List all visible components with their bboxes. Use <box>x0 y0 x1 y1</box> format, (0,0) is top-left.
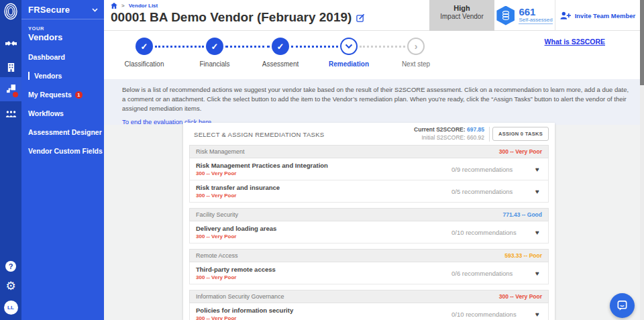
select-heart-icon[interactable]: ♥ <box>535 166 539 173</box>
team-icon[interactable] <box>0 103 21 125</box>
building-icon[interactable] <box>0 56 21 78</box>
task-row[interactable]: Delivery and loading areas300 -- Very Po… <box>189 221 549 244</box>
sidebar-item-label: Vendors <box>34 72 62 80</box>
frsecure-logo-icon[interactable] <box>3 3 18 20</box>
self-assessed-value: 661 <box>519 7 552 17</box>
select-heart-icon[interactable]: ♥ <box>535 188 539 195</box>
what-is-s2score-link[interactable]: What is S2SCORE <box>545 38 605 46</box>
step-classification[interactable]: ✓Classification <box>107 38 181 68</box>
task-row[interactable]: Risk Management Practices and Integratio… <box>189 158 549 180</box>
sidebar-item-assessment-designer[interactable]: Assessment Designer <box>28 128 104 136</box>
section-header: Risk Management300 -- Very Poor <box>189 145 549 158</box>
icon-rail: ? ⚙ LL <box>0 0 21 320</box>
task-recommendations-count: 0/10 recommendations <box>451 311 517 318</box>
task-row[interactable]: Risk transfer and insurance300 -- Very P… <box>189 180 549 203</box>
user-avatar[interactable]: LL <box>4 301 18 315</box>
breadcrumb[interactable]: > Vendor List <box>111 3 158 9</box>
s2score-hexagon-icon <box>496 6 515 25</box>
task-row[interactable]: Third-party remote access300 -- Very Poo… <box>189 262 549 284</box>
step-financials[interactable]: ✓Financials <box>178 38 252 68</box>
select-heart-icon[interactable]: ♥ <box>535 311 539 318</box>
step-remediation[interactable]: Remediation <box>312 38 386 68</box>
step-label: Next step <box>379 60 453 68</box>
assign-tasks-button[interactable]: ASSIGN 0 TASKS <box>492 127 549 141</box>
invite-team-member-button[interactable]: Invite Team Member <box>555 0 640 31</box>
step-label: Financials <box>178 60 252 68</box>
section-gap <box>189 284 549 290</box>
current-score: Current S2SCORE: 697.85 <box>414 126 484 133</box>
sidebar-item-my-requests[interactable]: My Requests1 <box>28 91 104 99</box>
step-label: Remediation <box>312 60 386 68</box>
section-gap <box>189 203 549 208</box>
chevron-down-icon <box>92 8 98 12</box>
divider <box>489 127 490 142</box>
select-heart-icon[interactable]: ♥ <box>535 229 539 236</box>
sections: Risk Management300 -- Very PoorRisk Mana… <box>183 145 555 320</box>
vendor-workflow-icon[interactable] <box>0 77 21 101</box>
sidebar-item-label: My Requests <box>28 91 72 99</box>
section-name: Facility Security <box>196 211 238 218</box>
intro-paragraph: Below is a list of recommended actions w… <box>122 85 632 113</box>
task-row[interactable]: Policies for information security300 -- … <box>189 303 549 320</box>
impact-level: High <box>429 4 494 12</box>
handshake-icon[interactable] <box>0 32 21 55</box>
step-check-icon: ✓ <box>272 38 289 55</box>
sidebar-item-workflows[interactable]: Workflows <box>28 109 104 117</box>
rail-bottom: ? ⚙ LL <box>0 261 21 315</box>
notification-dot <box>13 92 18 97</box>
chat-bubble-button[interactable] <box>610 293 635 318</box>
select-heart-icon[interactable]: ♥ <box>535 270 539 277</box>
impact-badge: High Impact Vendor <box>429 0 494 31</box>
home-icon[interactable] <box>111 3 117 9</box>
section-header: Information Security Governance300 -- Ve… <box>189 290 549 303</box>
s2score-summary: Current S2SCORE: 697.85 Initial S2SCORE:… <box>414 126 484 141</box>
sidebar-item-label: Assessment Designer <box>28 128 102 136</box>
brand-name: FRSecure <box>28 5 70 15</box>
sidebar-nav: DashboardVendorsMy Requests1WorkflowsAss… <box>21 53 104 155</box>
intro-band: Below is a list of recommended actions w… <box>104 79 640 125</box>
page-header: > Vendor List 00001 BA Demo Vendor (Febr… <box>104 0 640 31</box>
section-header: Facility Security771.43 -- Good <box>189 208 549 221</box>
sidebar-item-vendors[interactable]: Vendors <box>28 72 104 80</box>
chat-icon <box>616 299 629 312</box>
self-assessed-score[interactable]: 661 Self-assessed <box>494 0 555 31</box>
invite-label: Invite Team Member <box>575 12 636 19</box>
settings-gear-icon[interactable]: ⚙ <box>5 280 15 292</box>
task-recommendations-count: 0/5 recommendations <box>451 188 513 195</box>
sidebar-item-label: Workflows <box>28 109 64 117</box>
impact-label: Impact Vendor <box>429 13 494 20</box>
current-score-value: 697.85 <box>467 126 484 133</box>
initial-score-value: 660.92 <box>467 134 484 141</box>
current-score-label: Current S2SCORE: <box>414 126 466 133</box>
sidebar-section-label: YOUR <box>21 19 104 32</box>
sidebar-item-label: Vendor Custom Fields <box>28 147 103 155</box>
section-header: Remote Access593.33 -- Poor <box>189 249 549 262</box>
section-score: 593.33 -- Poor <box>504 252 542 259</box>
task-recommendations-count: 0/10 recommendations <box>451 229 517 236</box>
step-chevron-right-icon: › <box>407 38 425 55</box>
step-next-step[interactable]: ›Next step <box>379 38 453 68</box>
sidebar-item-dashboard[interactable]: Dashboard <box>28 53 104 61</box>
scrollbar-thumb[interactable] <box>640 0 644 85</box>
breadcrumb-item[interactable]: Vendor List <box>129 3 158 9</box>
add-person-icon <box>560 11 571 20</box>
step-label: Classification <box>107 60 181 68</box>
page-title: 00001 BA Demo Vendor (February 2019) <box>111 10 365 25</box>
step-check-icon: ✓ <box>206 38 223 55</box>
workspace-switcher[interactable]: FRSecure <box>21 0 104 19</box>
edit-icon[interactable] <box>356 13 365 22</box>
card-title: SELECT & ASSIGN REMEDIATION TASKS <box>194 131 325 138</box>
section-score: 300 -- Very Poor <box>499 148 542 155</box>
step-check-icon: ✓ <box>136 38 153 55</box>
section-name: Risk Management <box>196 148 245 155</box>
step-assessment[interactable]: ✓Assessment <box>244 38 317 68</box>
help-icon[interactable]: ? <box>5 261 16 272</box>
initial-score: Initial S2SCORE: 660.92 <box>414 134 484 141</box>
self-assessed-label[interactable]: Self-assessed <box>519 17 552 24</box>
section-score: 771.43 -- Good <box>502 211 542 218</box>
section-name: Remote Access <box>196 252 238 259</box>
sidebar-item-vendor-custom-fields[interactable]: Vendor Custom Fields <box>28 147 104 155</box>
step-chevron-down-icon <box>340 38 358 55</box>
sidebar-item-label: Dashboard <box>28 53 65 61</box>
notification-badge: 1 <box>75 91 83 99</box>
